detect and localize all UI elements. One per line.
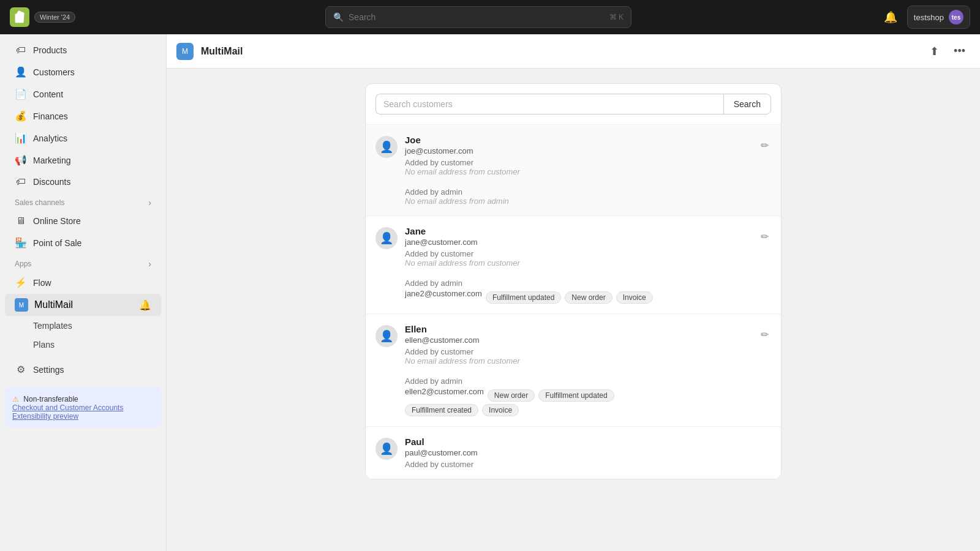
customer-email: jane@customer.com — [405, 238, 751, 247]
tag-fulfillment-updated: Fulfillment updated — [486, 291, 561, 304]
no-email-admin: No email address from admin — [405, 197, 751, 206]
notification-box: ⚠ Non-transferable Checkout and Customer… — [5, 388, 161, 428]
customer-name: Ellen — [405, 324, 751, 334]
more-options-button[interactable]: ••• — [949, 42, 970, 60]
share-button[interactable]: ⬆ — [925, 42, 944, 61]
tags-ellen-row2: Fulfillment created Invoice — [405, 404, 519, 416]
sidebar-item-customers[interactable]: 👤 Customers — [5, 61, 161, 83]
added-by-customer: Added by customer — [405, 460, 771, 469]
admin-row-jane: jane2@customer.com Fulfillment updated N… — [405, 289, 751, 304]
added-by-customer: Added by customer — [405, 158, 751, 167]
customer-details-jane: Jane jane@customer.com Added by customer… — [405, 226, 751, 304]
tag-fulfillment-updated-ellen: Fulfillment updated — [538, 389, 614, 402]
bell-notification-icon: 🔔 — [139, 299, 151, 311]
edit-customer-jane-button[interactable]: ✏ — [758, 228, 771, 245]
logo-area: Winter '24 — [10, 7, 75, 27]
sidebar-multimail-label: MultiMail — [34, 299, 73, 310]
sidebar-item-flow[interactable]: ⚡ Flow — [5, 272, 161, 293]
admin-section-jane: Added by admin jane2@customer.com Fulfil… — [405, 279, 751, 304]
sidebar-item-label: Finances — [33, 111, 68, 121]
sidebar-item-content[interactable]: 📄 Content — [5, 83, 161, 105]
customer-avatar-joe: 👤 — [375, 136, 398, 158]
notification-link[interactable]: Checkout and Customer Accounts Extensibi… — [12, 403, 123, 421]
customer-email: paul@customer.com — [405, 448, 771, 457]
sidebar-item-finances[interactable]: 💰 Finances — [5, 105, 161, 127]
shopify-logo-icon — [10, 7, 29, 27]
online-store-icon: 🖥 — [15, 216, 27, 227]
edit-customer-joe-button[interactable]: ✏ — [758, 137, 771, 154]
expand-icon: › — [148, 198, 151, 208]
sidebar-item-label: Customers — [33, 67, 75, 77]
discounts-icon: 🏷 — [15, 176, 27, 187]
sidebar-settings-label: Settings — [33, 365, 64, 375]
no-email-customer: No email address from customer — [405, 356, 751, 365]
pos-icon: 🏪 — [15, 237, 27, 249]
added-by-customer: Added by customer — [405, 347, 751, 356]
app-header-title: MultiMail — [201, 46, 918, 57]
sidebar-item-label: Discounts — [33, 177, 70, 187]
avatar: tes — [949, 10, 963, 24]
sidebar-item-marketing[interactable]: 📢 Marketing — [5, 149, 161, 171]
finances-icon: 💰 — [15, 110, 27, 122]
edit-customer-ellen-button[interactable]: ✏ — [758, 326, 771, 343]
flow-icon: ⚡ — [15, 277, 27, 288]
admin-row-ellen: ellen2@customer.com New order Fulfillmen… — [405, 387, 751, 402]
customer-search-button[interactable]: Search — [723, 94, 771, 114]
customer-details-ellen: Ellen ellen@customer.com Added by custom… — [405, 324, 751, 416]
tag-invoice-ellen: Invoice — [482, 404, 519, 416]
multimail-icon: M — [15, 298, 28, 312]
app-header-actions: ⬆ ••• — [925, 42, 970, 61]
admin-email-ellen: ellen2@customer.com — [405, 387, 484, 396]
sidebar-item-products[interactable]: 🏷 Products — [5, 40, 161, 61]
search-area: 🔍 ⌘ K — [83, 6, 874, 28]
sidebar-item-label: Analytics — [33, 133, 67, 143]
main-content: M MultiMail ⬆ ••• Search 👤 Joe — [167, 34, 980, 551]
apps-section: Apps › — [0, 254, 166, 271]
sidebar-item-online-store[interactable]: 🖥 Online Store — [5, 211, 161, 231]
tags-jane: Fulfillment updated New order Invoice — [486, 291, 653, 304]
customer-name: Jane — [405, 226, 751, 236]
tag-new-order: New order — [565, 291, 612, 304]
sidebar-item-analytics[interactable]: 📊 Analytics — [5, 127, 161, 149]
customer-details-joe: Joe joe@customer.com Added by customer N… — [405, 135, 751, 206]
customer-email: ellen@customer.com — [405, 335, 751, 345]
customer-name: Joe — [405, 135, 751, 145]
warning-icon: ⚠ — [12, 395, 19, 403]
sidebar-item-multimail[interactable]: M MultiMail 🔔 — [5, 294, 161, 316]
customer-details-paul: Paul paul@customer.com Added by customer — [405, 437, 771, 469]
global-search-input[interactable] — [349, 12, 605, 22]
global-search-bar[interactable]: 🔍 ⌘ K — [325, 6, 631, 28]
sidebar-item-discounts[interactable]: 🏷 Discounts — [5, 171, 161, 192]
sidebar-item-label: Online Store — [33, 216, 81, 226]
user-store-button[interactable]: testshop tes — [907, 6, 970, 29]
tag-invoice: Invoice — [616, 291, 653, 304]
added-by-admin: Added by admin — [405, 187, 751, 197]
no-email-customer: No email address from customer — [405, 167, 751, 176]
tag-fulfillment-created-ellen: Fulfillment created — [405, 404, 478, 416]
sidebar-sub-item-templates[interactable]: Templates — [5, 317, 161, 335]
sidebar-item-pos[interactable]: 🏪 Point of Sale — [5, 232, 161, 253]
multimail-left: M MultiMail — [15, 298, 73, 312]
tags-ellen: New order Fulfillment updated — [488, 389, 614, 402]
customer-search-input[interactable] — [375, 94, 723, 114]
customer-item-joe: 👤 Joe joe@customer.com Added by customer… — [366, 125, 781, 216]
sidebar-sub-item-plans[interactable]: Plans — [5, 335, 161, 354]
customers-card: Search 👤 Joe joe@customer.com Added by c… — [365, 83, 782, 479]
search-row: Search — [366, 84, 781, 125]
added-by-admin-jane: Added by admin — [405, 279, 751, 288]
sidebar-item-label: Content — [33, 89, 63, 99]
plans-label: Plans — [33, 340, 55, 350]
content-icon: 📄 — [15, 88, 27, 100]
winter-badge: Winter '24 — [34, 12, 75, 23]
sidebar-item-label: Marketing — [33, 156, 70, 165]
customers-icon: 👤 — [15, 66, 27, 78]
admin-section-ellen: Added by admin ellen2@customer.com New o… — [405, 377, 751, 416]
customer-avatar-jane: 👤 — [375, 227, 398, 249]
app-header: M MultiMail ⬆ ••• — [167, 34, 980, 69]
sidebar-item-label: Flow — [33, 278, 51, 288]
app-header-icon: M — [176, 43, 194, 60]
analytics-icon: 📊 — [15, 132, 27, 144]
notifications-button[interactable]: 🔔 — [881, 8, 900, 26]
sidebar-item-settings[interactable]: ⚙ Settings — [5, 359, 161, 380]
topnav-right-actions: 🔔 testshop tes — [881, 6, 970, 29]
